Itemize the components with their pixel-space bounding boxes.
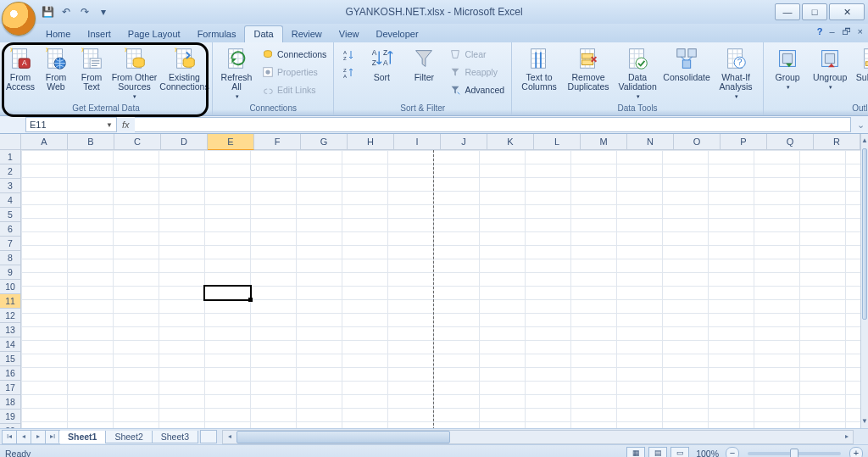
tab-developer[interactable]: Developer [367, 26, 426, 42]
row-header-17[interactable]: 17 [0, 381, 20, 395]
sheet-nav-first-icon[interactable]: I◂ [2, 430, 17, 444]
col-header-R[interactable]: R [814, 134, 860, 149]
col-header-N[interactable]: N [627, 134, 674, 149]
tab-page-layout[interactable]: Page Layout [120, 26, 189, 42]
col-header-O[interactable]: O [674, 134, 721, 149]
tab-review[interactable]: Review [283, 26, 331, 42]
data-validation-button[interactable]: Data Validation▾ [614, 44, 661, 103]
what-if-button[interactable]: ?What-If Analysis▾ [712, 44, 760, 103]
col-header-A[interactable]: A [21, 134, 68, 149]
col-header-I[interactable]: I [394, 134, 441, 149]
qat-customize-icon[interactable]: ▾ [97, 5, 110, 19]
col-header-K[interactable]: K [487, 134, 534, 149]
sheet-tab-sheet1[interactable]: Sheet1 [58, 431, 106, 443]
horizontal-scroll-thumb[interactable] [236, 431, 450, 443]
existing-connections-button[interactable]: Existing Connections [160, 44, 209, 93]
maximize-button[interactable]: □ [802, 3, 827, 20]
office-button[interactable] [2, 2, 36, 36]
doc-close-button[interactable]: × [858, 26, 863, 36]
col-header-F[interactable]: F [254, 134, 301, 149]
row-header-16[interactable]: 16 [0, 366, 20, 381]
col-header-P[interactable]: P [721, 134, 767, 149]
sort-ascending-button[interactable]: AZ [337, 46, 359, 63]
sheet-tab-sheet3[interactable]: Sheet3 [152, 431, 198, 443]
from-access-button[interactable]: AFrom Access [3, 44, 37, 93]
help-icon[interactable]: ? [817, 26, 823, 36]
sheet-tab-sheet2[interactable]: Sheet2 [105, 431, 152, 443]
horizontal-scrollbar[interactable]: ◂ ▸ [222, 430, 854, 444]
col-header-J[interactable]: J [441, 134, 487, 149]
group-button[interactable]: Group▾ [767, 44, 808, 93]
scroll-up-arrow-icon[interactable]: ▲ [861, 134, 868, 148]
row-header-2[interactable]: 2 [0, 164, 20, 179]
col-header-L[interactable]: L [534, 134, 581, 149]
tab-insert[interactable]: Insert [79, 26, 120, 42]
view-normal-button[interactable]: ▦ [626, 447, 645, 458]
row-header-9[interactable]: 9 [0, 265, 20, 280]
row-header-4[interactable]: 4 [0, 193, 20, 208]
scroll-left-arrow-icon[interactable]: ◂ [223, 431, 236, 443]
row-header-18[interactable]: 18 [0, 395, 20, 410]
insert-sheet-button[interactable] [200, 430, 217, 443]
ungroup-button[interactable]: Ungroup▾ [810, 44, 850, 93]
row-header-12[interactable]: 12 [0, 309, 20, 323]
row-header-19[interactable]: 19 [0, 410, 20, 424]
sort-button[interactable]: AZZASort [361, 44, 402, 84]
col-header-B[interactable]: B [68, 134, 114, 149]
row-header-14[interactable]: 14 [0, 337, 20, 352]
fill-handle[interactable] [248, 298, 253, 302]
row-header-6[interactable]: 6 [0, 222, 20, 237]
filter-button[interactable]: Filter [403, 44, 444, 84]
row-header-1[interactable]: 1 [0, 150, 20, 164]
name-box[interactable]: E11 ▼ [25, 117, 117, 132]
remove-duplicates-button[interactable]: Remove Duplicates [565, 44, 612, 93]
connections-button[interactable]: Connections [259, 46, 330, 63]
view-page-break-button[interactable]: ▭ [670, 447, 689, 458]
zoom-level[interactable]: 100% [696, 449, 719, 457]
scroll-down-arrow-icon[interactable]: ▼ [861, 415, 868, 428]
select-all-corner[interactable] [0, 134, 21, 150]
col-header-C[interactable]: C [114, 134, 161, 149]
formula-input[interactable] [135, 117, 851, 132]
close-button[interactable]: ✕ [829, 3, 865, 20]
zoom-slider[interactable] [748, 452, 841, 455]
row-header-13[interactable]: 13 [0, 323, 20, 337]
col-header-D[interactable]: D [161, 134, 208, 149]
sheet-nav-prev-icon[interactable]: ◂ [16, 430, 31, 444]
tab-formulas[interactable]: Formulas [189, 26, 245, 42]
row-header-10[interactable]: 10 [0, 280, 20, 294]
tab-data[interactable]: Data [244, 25, 282, 42]
from-web-button[interactable]: From Web [39, 44, 73, 93]
row-header-5[interactable]: 5 [0, 208, 20, 222]
zoom-slider-thumb[interactable] [790, 449, 798, 457]
row-header-7[interactable]: 7 [0, 237, 20, 251]
row-header-11[interactable]: 11 [0, 294, 20, 309]
zoom-out-button[interactable]: − [726, 447, 739, 457]
fx-icon[interactable]: fx [122, 120, 130, 130]
col-header-Q[interactable]: Q [767, 134, 814, 149]
name-box-dropdown-icon[interactable]: ▼ [106, 121, 113, 129]
doc-restore-button[interactable]: 🗗 [842, 26, 851, 36]
col-header-E[interactable]: E [208, 134, 254, 150]
from-other-sources-button[interactable]: From Other Sources▾ [110, 44, 159, 103]
consolidate-button[interactable]: Consolidate [663, 44, 710, 84]
qat-undo-icon[interactable]: ↶ [59, 5, 73, 19]
row-header-3[interactable]: 3 [0, 179, 20, 193]
advanced-button[interactable]: Advanced [446, 81, 508, 98]
view-page-layout-button[interactable]: ▤ [648, 447, 667, 458]
doc-minimize-button[interactable]: – [829, 26, 834, 36]
vertical-scrollbar[interactable]: ▲ ▼ [860, 134, 868, 428]
sort-descending-button[interactable]: ZA [337, 64, 359, 81]
qat-redo-icon[interactable]: ↷ [78, 5, 92, 19]
subtotal-button[interactable]: Subtotal [852, 44, 868, 84]
row-header-15[interactable]: 15 [0, 352, 20, 366]
minimize-button[interactable]: — [775, 3, 800, 20]
tab-view[interactable]: View [331, 26, 368, 42]
vertical-scroll-thumb[interactable] [862, 148, 867, 320]
refresh-all-button[interactable]: Refresh All▾ [216, 44, 257, 103]
selected-cell[interactable] [203, 285, 252, 301]
cell-grid[interactable] [21, 150, 860, 438]
col-header-M[interactable]: M [581, 134, 627, 149]
sheet-nav-next-icon[interactable]: ▸ [31, 430, 46, 444]
col-header-G[interactable]: G [301, 134, 348, 149]
